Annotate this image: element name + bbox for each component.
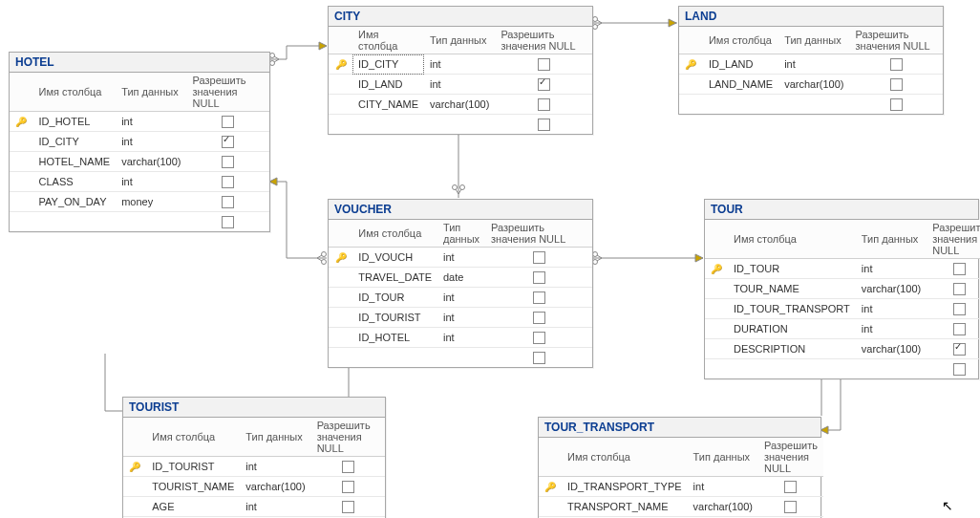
table-tourist[interactable]: TOURISTИмя столбцаТип данныхРазрешить зн… [122,397,386,518]
column-name [33,212,117,232]
column-row[interactable]: 🔑ID_HOTELint [10,112,269,132]
header-name: Имя столбца [562,438,688,477]
column-row[interactable]: TRANSPORT_NAMEvarchar(100) [539,497,823,517]
allow-null-checkbox[interactable] [222,136,234,148]
allow-null-checkbox[interactable] [538,98,550,111]
column-row[interactable]: ID_HOTELint [329,328,592,348]
column-row[interactable]: 🔑ID_CITYint [329,54,592,75]
allow-null-checkbox[interactable] [890,78,903,91]
column-type: int [856,299,927,319]
column-row[interactable]: 🔑ID_TOURint [705,259,980,279]
column-row[interactable] [10,212,269,232]
column-type [856,359,927,379]
table-tour-transport[interactable]: TOUR_TRANSPORTИмя столбцаТип данныхРазре… [538,417,821,518]
allow-null-checkbox[interactable] [222,116,234,128]
column-name: TRAVEL_DATE [352,268,437,288]
column-row[interactable]: ID_TOURint [329,288,592,308]
allow-null-checkbox[interactable] [890,58,903,71]
column-row[interactable]: HOTEL_NAMEvarchar(100) [10,152,269,172]
table-voucher[interactable]: VOUCHERИмя столбцаТип данныхРазрешить зн… [328,199,593,368]
allow-null-checkbox[interactable] [953,343,966,356]
column-row[interactable] [329,348,592,368]
allow-null-checkbox[interactable] [533,352,545,364]
diagram-canvas[interactable]: HOTELИмя столбцаТип данныхРазрешить знач… [0,0,980,518]
allow-null-checkbox[interactable] [538,119,550,131]
column-type: int [688,477,758,497]
table-hotel[interactable]: HOTELИмя столбцаТип данныхРазрешить знач… [9,52,270,232]
column-type: int [437,248,485,268]
column-name: ID_VOUCH [352,248,437,268]
allow-null-checkbox[interactable] [784,501,797,513]
header-null: Разрешить значения NULL [850,27,943,54]
column-row[interactable]: ID_TOURISTint [329,308,592,328]
table-tour[interactable]: TOURИмя столбцаТип данныхРазрешить значе… [704,199,979,379]
header-null: Разрешить значения NULL [485,220,592,248]
column-name: DURATION [728,319,856,339]
column-row[interactable]: PAY_ON_DAYmoney [10,192,269,212]
allow-null-checkbox[interactable] [533,271,545,284]
allow-null-checkbox[interactable] [222,156,234,168]
header-null: Разрешить значения NULL [495,27,592,54]
allow-null-checkbox[interactable] [538,78,550,91]
column-row[interactable]: DESCRIPTIONvarchar(100) [705,339,980,359]
column-row[interactable]: ID_TOUR_TRANSPORTint [705,299,980,319]
allow-null-checkbox[interactable] [953,283,966,295]
column-row[interactable]: 🔑ID_TOURISTint [123,457,385,477]
allow-null-checkbox[interactable] [222,176,234,188]
column-name: HOTEL_NAME [33,152,117,172]
allow-null-checkbox[interactable] [222,216,234,228]
column-type: int [116,112,186,132]
header-null: Разрешить значения NULL [927,220,980,259]
primary-key-icon: 🔑 [335,59,347,70]
column-row[interactable]: TOUR_NAMEvarchar(100) [705,279,980,299]
column-row[interactable]: 🔑ID_VOUCHint [329,248,592,268]
column-row[interactable] [705,359,980,379]
allow-null-checkbox[interactable] [533,332,545,344]
column-type: int [424,54,495,75]
allow-null-checkbox[interactable] [222,196,234,208]
column-type: int [240,497,310,517]
allow-null-checkbox[interactable] [342,481,354,493]
allow-null-checkbox[interactable] [784,481,797,493]
primary-key-icon: 🔑 [335,252,347,263]
allow-null-checkbox[interactable] [890,98,903,111]
column-row[interactable]: 🔑ID_LANDint [679,54,943,75]
allow-null-checkbox[interactable] [953,263,966,275]
header-type: Тип данных [856,220,927,259]
allow-null-checkbox[interactable] [533,312,545,324]
allow-null-checkbox[interactable] [533,251,545,264]
table-land[interactable]: LANDИмя столбцаТип данныхРазрешить значе… [678,6,944,115]
column-name: CITY_NAME [352,95,424,115]
column-row[interactable]: LAND_NAMEvarchar(100) [679,75,943,95]
column-row[interactable]: TOURIST_NAMEvarchar(100) [123,477,385,497]
column-type: date [437,268,485,288]
allow-null-checkbox[interactable] [538,58,550,71]
allow-null-checkbox[interactable] [953,303,966,315]
column-row[interactable]: ID_CITYint [10,132,269,152]
header-name: Имя столбца [352,220,437,248]
column-name: TOURIST_NAME [146,477,240,497]
header-type: Тип данных [116,73,186,112]
column-row[interactable]: CITY_NAMEvarchar(100) [329,95,592,115]
allow-null-checkbox[interactable] [953,323,966,335]
column-row[interactable]: DURATIONint [705,319,980,339]
header-null: Разрешить значения NULL [187,73,270,112]
table-city[interactable]: CITYИмя столбцаТип данныхРазрешить значе… [328,6,593,135]
column-row[interactable]: CLASSint [10,172,269,192]
allow-null-checkbox[interactable] [533,291,545,304]
table-title: TOUR [705,200,978,220]
column-row[interactable] [679,95,943,115]
column-row[interactable]: TRAVEL_DATEdate [329,268,592,288]
column-type: int [424,75,495,95]
column-name [703,95,778,115]
column-type: int [778,54,849,75]
column-row[interactable] [329,115,592,135]
allow-null-checkbox[interactable] [342,501,354,513]
primary-key-icon: 🔑 [711,264,722,274]
header-type: Тип данных [437,220,485,248]
allow-null-checkbox[interactable] [953,363,966,376]
column-row[interactable]: AGEint [123,497,385,517]
column-row[interactable]: 🔑ID_TRANSPORT_TYPEint [539,477,823,497]
column-row[interactable]: ID_LANDint [329,75,592,95]
allow-null-checkbox[interactable] [342,461,354,473]
